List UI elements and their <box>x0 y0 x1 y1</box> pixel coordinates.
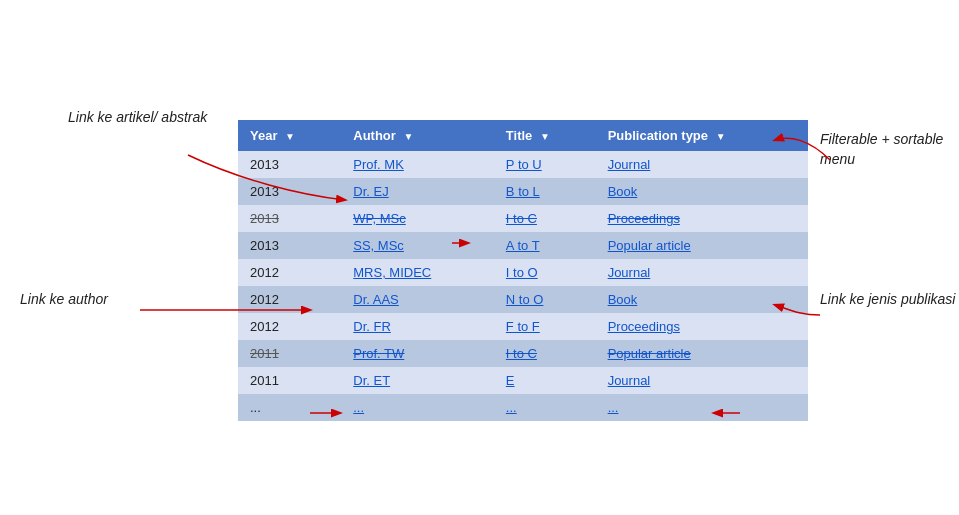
title-link[interactable]: E <box>506 373 515 388</box>
cell-author[interactable]: SS, MSc <box>341 232 494 259</box>
col-pubtype[interactable]: Publication type ▼ <box>596 120 808 151</box>
title-link[interactable]: N to O <box>506 292 544 307</box>
author-link[interactable]: Dr. AAS <box>353 292 399 307</box>
cell-author[interactable]: Dr. FR <box>341 313 494 340</box>
pubtype-link[interactable]: Journal <box>608 157 651 172</box>
col-author[interactable]: Author ▼ <box>341 120 494 151</box>
col-year[interactable]: Year ▼ <box>238 120 341 151</box>
publications-table: Year ▼ Author ▼ Title ▼ Publication type… <box>238 120 808 421</box>
author-link[interactable]: Dr. EJ <box>353 184 388 199</box>
cell-pubtype[interactable]: Proceedings <box>596 313 808 340</box>
cell-author[interactable]: ... <box>341 394 494 421</box>
cell-year: 2011 <box>238 340 341 367</box>
sort-title-icon[interactable]: ▼ <box>540 131 550 142</box>
title-link[interactable]: F to F <box>506 319 540 334</box>
annotation-author: Link ke author <box>20 290 108 310</box>
pubtype-link[interactable]: Book <box>608 292 638 307</box>
col-title[interactable]: Title ▼ <box>494 120 596 151</box>
cell-pubtype[interactable]: Popular article <box>596 340 808 367</box>
cell-title[interactable]: A to T <box>494 232 596 259</box>
author-link[interactable]: SS, MSc <box>353 238 404 253</box>
cell-year: 2013 <box>238 151 341 178</box>
sort-pubtype-icon[interactable]: ▼ <box>716 131 726 142</box>
cell-author[interactable]: Prof. MK <box>341 151 494 178</box>
cell-pubtype[interactable]: Journal <box>596 151 808 178</box>
cell-year: 2013 <box>238 232 341 259</box>
table-row: 2011Dr. ETEJournal <box>238 367 808 394</box>
cell-title[interactable]: P to U <box>494 151 596 178</box>
title-link[interactable]: B to L <box>506 184 540 199</box>
author-link[interactable]: Prof. TW <box>353 346 404 361</box>
cell-author[interactable]: Dr. EJ <box>341 178 494 205</box>
title-link[interactable]: P to U <box>506 157 542 172</box>
title-link[interactable]: ... <box>506 400 517 415</box>
sort-year-icon[interactable]: ▼ <box>285 131 295 142</box>
sort-author-icon[interactable]: ▼ <box>403 131 413 142</box>
title-link[interactable]: I to O <box>506 265 538 280</box>
cell-author[interactable]: WP, MSc <box>341 205 494 232</box>
author-link[interactable]: WP, MSc <box>353 211 406 226</box>
cell-year: ... <box>238 394 341 421</box>
title-link[interactable]: I to C <box>506 346 537 361</box>
author-link[interactable]: Prof. MK <box>353 157 404 172</box>
pubtype-link[interactable]: Journal <box>608 373 651 388</box>
pubtype-link[interactable]: Proceedings <box>608 211 680 226</box>
cell-pubtype[interactable]: Journal <box>596 259 808 286</box>
cell-title[interactable]: I to O <box>494 259 596 286</box>
cell-pubtype[interactable]: ... <box>596 394 808 421</box>
cell-title[interactable]: ... <box>494 394 596 421</box>
annotation-artikel: Link ke artikel/ abstrak <box>68 108 207 128</box>
cell-pubtype[interactable]: Proceedings <box>596 205 808 232</box>
table-row: ............ <box>238 394 808 421</box>
author-link[interactable]: Dr. ET <box>353 373 390 388</box>
cell-title[interactable]: B to L <box>494 178 596 205</box>
cell-author[interactable]: Dr. AAS <box>341 286 494 313</box>
cell-author[interactable]: Prof. TW <box>341 340 494 367</box>
table-row: 2012Dr. AASN to OBook <box>238 286 808 313</box>
pubtype-link[interactable]: Popular article <box>608 346 691 361</box>
title-link[interactable]: I to C <box>506 211 537 226</box>
author-link[interactable]: ... <box>353 400 364 415</box>
cell-pubtype[interactable]: Book <box>596 286 808 313</box>
cell-year: 2013 <box>238 178 341 205</box>
pubtype-link[interactable]: ... <box>608 400 619 415</box>
cell-title[interactable]: I to C <box>494 205 596 232</box>
cell-year: 2012 <box>238 286 341 313</box>
cell-title[interactable]: N to O <box>494 286 596 313</box>
pubtype-link[interactable]: Popular article <box>608 238 691 253</box>
author-link[interactable]: MRS, MIDEC <box>353 265 431 280</box>
pubtype-link[interactable]: Journal <box>608 265 651 280</box>
annotation-jenis: Link ke jenis publikasi <box>820 290 955 310</box>
cell-author[interactable]: MRS, MIDEC <box>341 259 494 286</box>
table-wrapper: Year ▼ Author ▼ Title ▼ Publication type… <box>238 120 808 421</box>
table-row: 2013Prof. MKP to UJournal <box>238 151 808 178</box>
cell-title[interactable]: F to F <box>494 313 596 340</box>
cell-title[interactable]: E <box>494 367 596 394</box>
cell-title[interactable]: I to C <box>494 340 596 367</box>
cell-year: 2012 <box>238 259 341 286</box>
cell-year: 2013 <box>238 205 341 232</box>
cell-pubtype[interactable]: Popular article <box>596 232 808 259</box>
table-row: 2012Dr. FRF to FProceedings <box>238 313 808 340</box>
cell-year: 2011 <box>238 367 341 394</box>
author-link[interactable]: Dr. FR <box>353 319 391 334</box>
cell-year: 2012 <box>238 313 341 340</box>
annotation-filterable: Filterable + sortable menu <box>820 130 959 169</box>
table-row: 2013SS, MScA to TPopular article <box>238 232 808 259</box>
cell-pubtype[interactable]: Book <box>596 178 808 205</box>
cell-pubtype[interactable]: Journal <box>596 367 808 394</box>
cell-author[interactable]: Dr. ET <box>341 367 494 394</box>
table-row: 2013WP, MScI to CProceedings <box>238 205 808 232</box>
table-row: 2011Prof. TWI to CPopular article <box>238 340 808 367</box>
title-link[interactable]: A to T <box>506 238 540 253</box>
pubtype-link[interactable]: Book <box>608 184 638 199</box>
table-row: 2013Dr. EJB to LBook <box>238 178 808 205</box>
pubtype-link[interactable]: Proceedings <box>608 319 680 334</box>
table-row: 2012MRS, MIDECI to OJournal <box>238 259 808 286</box>
